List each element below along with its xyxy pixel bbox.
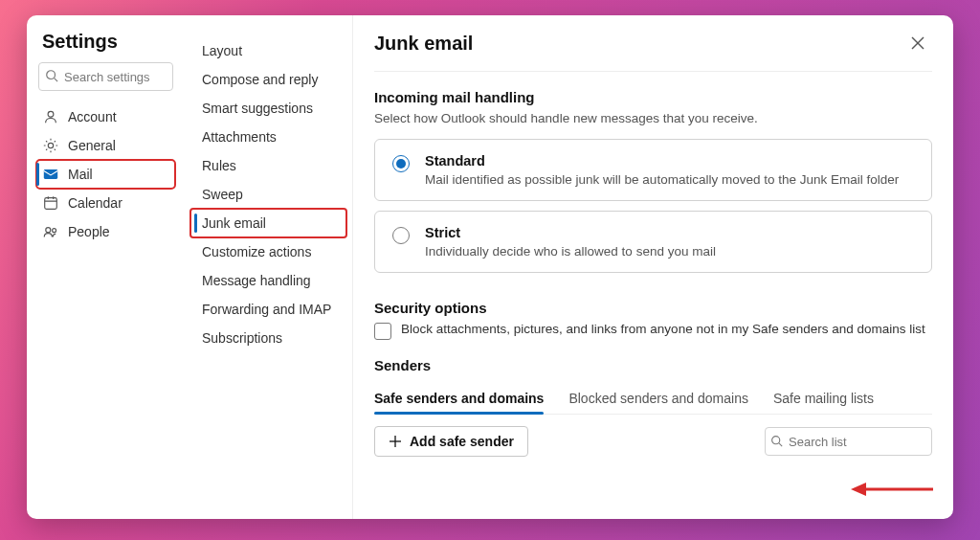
search-icon xyxy=(45,69,58,82)
page-header: Junk email xyxy=(374,29,932,72)
people-icon xyxy=(42,223,59,240)
close-button[interactable] xyxy=(903,29,932,57)
nav-item-label: People xyxy=(68,224,110,239)
search-icon xyxy=(770,435,783,447)
incoming-desc: Select how Outlook should handle new mes… xyxy=(374,111,932,125)
svg-rect-5 xyxy=(45,198,57,210)
tab-blocked-senders-and-domains[interactable]: Blocked senders and domains xyxy=(568,383,748,414)
search-list-input[interactable] xyxy=(765,427,932,456)
nav-item-people[interactable]: People xyxy=(36,217,175,246)
radio-button[interactable] xyxy=(392,155,410,172)
tab-safe-senders-and-domains[interactable]: Safe senders and domains xyxy=(374,383,544,414)
settings-category-list: Account General Mail Calendar People xyxy=(36,99,175,250)
svg-point-2 xyxy=(48,111,54,117)
svg-point-0 xyxy=(47,71,56,79)
mail-subnav: LayoutCompose and replySmart suggestions… xyxy=(185,15,352,519)
nav-item-general[interactable]: General xyxy=(36,131,175,160)
block-attachments-checkbox[interactable] xyxy=(374,323,391,340)
incoming-heading: Incoming mail handling xyxy=(374,89,932,105)
subnav-item-rules[interactable]: Rules xyxy=(190,151,346,180)
tab-safe-mailing-lists[interactable]: Safe mailing lists xyxy=(773,383,874,414)
settings-dialog: Settings Account General Mail Calendar P… xyxy=(27,15,953,519)
subnav-item-attachments[interactable]: Attachments xyxy=(190,123,346,151)
subnav-item-sweep[interactable]: Sweep xyxy=(190,180,346,209)
nav-item-calendar[interactable]: Calendar xyxy=(36,189,175,217)
option-title: Strict xyxy=(425,225,716,240)
page-title: Junk email xyxy=(374,33,473,55)
block-attachments-row[interactable]: Block attachments, pictures, and links f… xyxy=(374,322,932,340)
subnav-item-subscriptions[interactable]: Subscriptions xyxy=(190,324,346,352)
block-attachments-label: Block attachments, pictures, and links f… xyxy=(401,322,925,336)
subnav-item-junk-email[interactable]: Junk email xyxy=(190,209,346,237)
option-desc: Mail identified as possible junk will be… xyxy=(425,172,899,187)
subnav-item-forwarding-and-imap[interactable]: Forwarding and IMAP xyxy=(190,295,346,324)
subnav-item-layout[interactable]: Layout xyxy=(190,36,346,65)
incoming-section: Incoming mail handling Select how Outloo… xyxy=(374,72,932,273)
senders-section: Senders Safe senders and domainsBlocked … xyxy=(374,340,932,457)
nav-item-label: Calendar xyxy=(68,195,122,211)
gear-icon xyxy=(42,137,59,154)
svg-rect-4 xyxy=(44,169,57,179)
add-safe-sender-label: Add safe sender xyxy=(410,434,514,449)
subnav-item-smart-suggestions[interactable]: Smart suggestions xyxy=(190,94,346,123)
calendar-icon xyxy=(42,194,59,212)
nav-item-mail[interactable]: Mail xyxy=(36,160,175,189)
svg-marker-18 xyxy=(851,483,866,496)
search-settings-wrap xyxy=(38,62,173,91)
settings-heading: Settings xyxy=(36,29,175,62)
nav-item-label: Account xyxy=(68,109,117,124)
incoming-options: Standard Mail identified as possible jun… xyxy=(374,139,932,273)
nav-item-label: Mail xyxy=(68,167,93,182)
security-section: Security options Block attachments, pict… xyxy=(374,282,932,340)
search-settings-input[interactable] xyxy=(38,62,173,91)
senders-heading: Senders xyxy=(374,357,932,373)
mail-icon xyxy=(42,166,59,183)
svg-point-9 xyxy=(46,228,51,233)
person-icon xyxy=(42,108,59,125)
handling-option-standard[interactable]: Standard Mail identified as possible jun… xyxy=(374,139,932,201)
subnav-item-message-handling[interactable]: Message handling xyxy=(190,266,346,295)
option-desc: Individually decide who is allowed to se… xyxy=(425,244,716,259)
option-title: Standard xyxy=(425,153,899,169)
radio-button[interactable] xyxy=(392,227,410,244)
svg-point-15 xyxy=(772,437,780,444)
plus-icon xyxy=(389,435,402,448)
subnav-item-compose-and-reply[interactable]: Compose and reply xyxy=(190,65,346,94)
security-heading: Security options xyxy=(374,300,932,316)
senders-toolbar: Add safe sender xyxy=(374,426,932,457)
nav-item-label: General xyxy=(68,138,116,153)
mail-subnav-list: LayoutCompose and replySmart suggestions… xyxy=(190,36,346,352)
settings-content: Junk email Incoming mail handling Select… xyxy=(352,15,953,519)
search-list-wrap xyxy=(765,427,932,456)
annotation-arrow xyxy=(851,479,935,500)
svg-point-3 xyxy=(48,143,53,147)
settings-sidebar: Settings Account General Mail Calendar P… xyxy=(27,15,185,519)
svg-point-10 xyxy=(53,229,56,233)
nav-item-account[interactable]: Account xyxy=(36,102,175,131)
subnav-item-customize-actions[interactable]: Customize actions xyxy=(190,237,346,266)
svg-line-1 xyxy=(55,79,58,82)
add-safe-sender-button[interactable]: Add safe sender xyxy=(374,426,528,457)
handling-option-strict[interactable]: Strict Individually decide who is allowe… xyxy=(374,211,932,273)
svg-line-16 xyxy=(779,443,782,446)
senders-tabs: Safe senders and domainsBlocked senders … xyxy=(374,383,932,415)
close-icon xyxy=(910,35,925,51)
